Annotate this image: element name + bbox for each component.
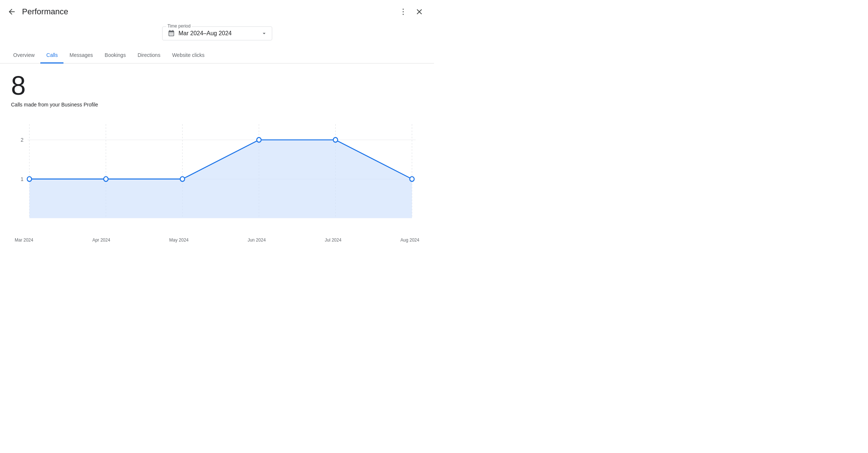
tab-bookings[interactable]: Bookings [99,48,132,64]
metric-label: Calls made from your Business Profile [11,102,423,108]
chart-x-labels: Mar 2024 Apr 2024 May 2024 Jun 2024 Jul … [15,235,419,243]
x-label-aug: Aug 2024 [401,238,419,243]
svg-point-18 [333,138,338,142]
x-label-mar: Mar 2024 [15,238,33,243]
tab-website-clicks[interactable]: Website clicks [166,48,210,64]
svg-point-0 [403,9,404,10]
tabs-container: Overview Calls Messages Bookings Directi… [0,48,434,64]
tab-messages[interactable]: Messages [63,48,99,64]
tab-directions[interactable]: Directions [132,48,166,64]
chart-container: 2 1 Mar 2024 Apr 2024 May 2024 [11,116,423,243]
svg-text:2: 2 [21,137,23,143]
svg-point-15 [104,177,108,181]
svg-point-1 [403,11,404,12]
header-right [396,4,427,19]
svg-point-19 [410,177,414,181]
calendar-icon [168,30,175,37]
menu-button[interactable] [396,4,411,19]
svg-point-2 [403,14,404,15]
time-period-value: Mar 2024–Aug 2024 [179,30,232,37]
x-label-apr: Apr 2024 [92,238,110,243]
header: Performance [0,0,434,22]
close-button[interactable] [412,4,427,19]
svg-point-14 [27,177,32,181]
chart-svg: 2 1 [15,116,419,234]
back-icon [7,7,16,16]
back-button[interactable] [4,4,19,19]
close-icon [415,7,424,16]
page-title: Performance [22,7,68,17]
dropdown-arrow-icon [261,30,267,37]
metric-number: 8 [11,72,423,99]
main-content: 8 Calls made from your Business Profile … [0,64,434,250]
more-vert-icon [399,7,408,16]
time-period-select[interactable]: Time period Mar 2024–Aug 2024 [162,26,272,40]
header-left: Performance [4,4,68,19]
svg-point-17 [257,138,261,142]
x-label-jun: Jun 2024 [248,238,266,243]
time-period-wrapper: Time period Mar 2024–Aug 2024 [0,22,434,48]
x-label-may: May 2024 [169,238,189,243]
time-period-content: Mar 2024–Aug 2024 [168,30,257,37]
tab-calls[interactable]: Calls [40,48,63,64]
svg-point-16 [180,177,185,181]
time-period-label: Time period [166,23,192,29]
svg-text:1: 1 [21,176,23,182]
x-label-jul: Jul 2024 [325,238,341,243]
tab-overview[interactable]: Overview [7,48,40,64]
